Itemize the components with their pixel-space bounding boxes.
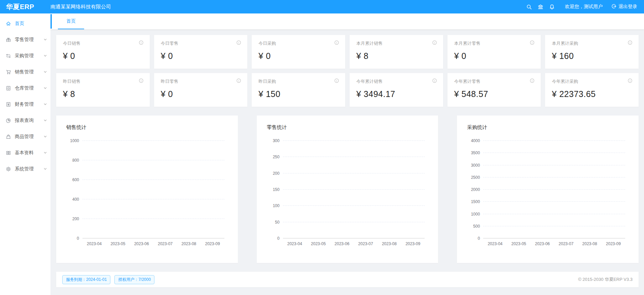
app-logo: 华夏ERP <box>0 2 50 11</box>
y-axis-tick: 150 <box>273 187 280 192</box>
stat-card-value: ¥ 3494.17 <box>356 89 437 99</box>
stat-card: 今日零售¥ 0 <box>154 35 248 69</box>
y-axis-tick: 300 <box>273 138 280 143</box>
y-axis-tick: 800 <box>72 158 79 163</box>
x-axis-label: 2023-06 <box>130 241 153 246</box>
sidebar-item-finance[interactable]: 财务管理 <box>0 98 50 111</box>
stat-card: 本月累计零售¥ 0 <box>448 35 541 69</box>
sidebar-item-goods[interactable]: 商品管理 <box>0 130 50 143</box>
y-axis-tick: 1000 <box>70 138 79 143</box>
logout-button[interactable]: 退出登录 <box>611 4 637 10</box>
cart-icon <box>5 69 11 75</box>
x-axis-label: 2023-07 <box>354 241 378 246</box>
company-name: 南通某某网络科技有限公司 <box>50 4 111 10</box>
stat-card-value: ¥ 0 <box>63 51 144 61</box>
stat-card-label: 今年累计采购 <box>552 78 578 85</box>
stat-card-value: ¥ 0 <box>454 51 535 61</box>
sidebar-item-label: 基本资料 <box>15 150 43 156</box>
chevron-down-icon <box>43 118 47 123</box>
tab-accent-line <box>50 14 52 29</box>
stat-card: 今年累计零售¥ 548.57 <box>448 73 541 107</box>
y-axis-tick: 4000 <box>471 138 480 143</box>
sidebar: 首页零售管理采购管理销售管理仓库管理财务管理报表查询商品管理基本资料系统管理 <box>0 13 50 295</box>
x-axis-label: 2023-08 <box>378 241 401 246</box>
x-axis-label: 2023-07 <box>554 241 578 246</box>
stat-card-label: 今年累计零售 <box>454 78 480 85</box>
bell-icon[interactable] <box>546 0 558 13</box>
welcome-text: 欢迎您，测试用户 <box>565 4 603 10</box>
piechart-icon <box>5 118 11 124</box>
stat-card-value: ¥ 150 <box>258 89 339 99</box>
x-axis-label: 2023-05 <box>106 241 130 246</box>
sidebar-item-retail[interactable]: 零售管理 <box>0 33 50 46</box>
swap-icon <box>5 53 11 59</box>
sidebar-item-label: 报表查询 <box>15 118 43 124</box>
info-icon[interactable] <box>432 78 437 85</box>
chevron-down-icon <box>43 69 47 75</box>
y-axis-tick: 3500 <box>471 151 480 155</box>
y-axis-tick: 250 <box>273 155 280 159</box>
info-icon[interactable] <box>236 40 241 46</box>
x-axis-label: 2023-08 <box>578 241 601 246</box>
stat-card: 昨日零售¥ 0 <box>154 73 248 107</box>
sidebar-item-purchase[interactable]: 采购管理 <box>0 49 50 63</box>
y-axis-tick: 0 <box>77 236 79 241</box>
stat-card-label: 今日采购 <box>258 40 276 46</box>
sidebar-item-label: 零售管理 <box>15 37 43 43</box>
logout-icon <box>611 4 616 10</box>
info-icon[interactable] <box>628 40 633 46</box>
info-icon[interactable] <box>334 40 339 46</box>
chart-plot-area: 05001000150020002500300035004000 <box>483 141 625 238</box>
badge-authorized-users[interactable]: 授权用户：7/2000 <box>114 275 154 284</box>
info-icon[interactable] <box>432 40 437 46</box>
chart-plot-area: 050100150200250300 <box>283 141 425 238</box>
bank-icon[interactable] <box>535 0 546 13</box>
chart-plot-area: 02004006008001000 <box>82 141 224 238</box>
info-icon[interactable] <box>236 78 241 85</box>
stat-card-label: 今日销售 <box>63 40 80 46</box>
stat-card-value: ¥ 0 <box>161 89 242 99</box>
sidebar-item-sale[interactable]: 销售管理 <box>0 65 50 79</box>
chart-title: 采购统计 <box>467 124 629 131</box>
info-icon[interactable] <box>530 40 535 46</box>
search-icon[interactable] <box>523 0 535 13</box>
stat-card-label: 昨日采购 <box>258 78 276 85</box>
stat-card-grid: 今日销售¥ 0今日零售¥ 0今日采购¥ 0本月累计销售¥ 8本月累计零售¥ 0本… <box>56 35 639 107</box>
chart-title: 零售统计 <box>267 124 428 131</box>
x-axis-label: 2023-06 <box>330 241 354 246</box>
y-axis-tick: 200 <box>273 171 280 176</box>
y-axis-tick: 2000 <box>471 187 480 192</box>
stat-card: 昨日销售¥ 8 <box>56 73 150 107</box>
x-axis-label: 2023-05 <box>507 241 531 246</box>
sidebar-item-system[interactable]: 系统管理 <box>0 162 50 176</box>
info-icon[interactable] <box>530 78 535 85</box>
tab-bar: 首页 <box>50 13 644 30</box>
tab-home[interactable]: 首页 <box>58 13 84 29</box>
info-icon[interactable] <box>628 78 633 85</box>
sidebar-item-home[interactable]: 首页 <box>0 17 50 30</box>
x-axis-label: 2023-04 <box>483 241 507 246</box>
logout-label: 退出登录 <box>618 4 637 10</box>
sidebar-item-label: 财务管理 <box>15 101 43 107</box>
stat-card-value: ¥ 160 <box>552 51 633 61</box>
stat-card: 今年累计销售¥ 3494.17 <box>350 73 443 107</box>
info-icon[interactable] <box>139 40 144 46</box>
badge-service-expiry[interactable]: 服务到期：2024-01-01 <box>62 275 110 284</box>
sidebar-item-label: 销售管理 <box>15 69 43 75</box>
x-axis-label: 2023-05 <box>307 241 330 246</box>
stat-card-label: 昨日销售 <box>63 78 80 85</box>
info-icon[interactable] <box>334 78 339 85</box>
gift-icon <box>5 37 11 43</box>
y-axis-tick: 600 <box>72 177 79 182</box>
sidebar-item-label: 仓库管理 <box>15 85 43 91</box>
x-axis-label: 2023-04 <box>82 241 106 246</box>
info-icon[interactable] <box>139 78 144 85</box>
sidebar-item-report[interactable]: 报表查询 <box>0 114 50 127</box>
sidebar-item-basic[interactable]: 基本资料 <box>0 146 50 160</box>
finance-icon <box>5 101 11 107</box>
sidebar-item-warehouse[interactable]: 仓库管理 <box>0 81 50 95</box>
cabinet-icon <box>5 85 11 91</box>
stat-card-label: 本月累计零售 <box>454 40 480 46</box>
stat-card-value: ¥ 22373.65 <box>552 89 633 99</box>
stat-card-value: ¥ 8 <box>356 51 437 61</box>
